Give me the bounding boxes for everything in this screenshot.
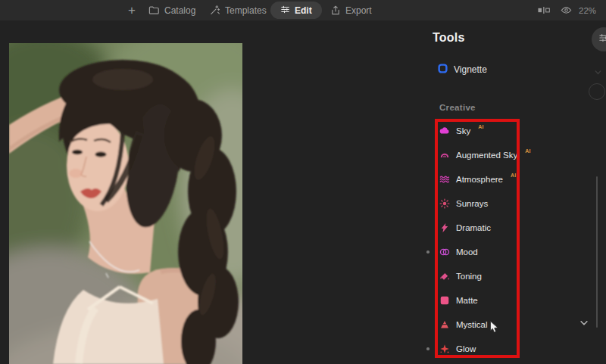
tool-label: Toning — [456, 272, 482, 281]
tool-item-sky[interactable]: Sky AI — [439, 119, 568, 143]
tool-label: Atmosphere — [456, 175, 503, 184]
tool-item-augmented-sky[interactable]: Augmented Sky AI — [439, 143, 568, 167]
sky-cloud-icon — [439, 126, 450, 136]
tool-label: Sunrays — [456, 199, 488, 208]
tool-item-mystical[interactable]: Mystical — [439, 313, 568, 337]
modified-indicator-dot — [426, 250, 430, 254]
tool-item-glow[interactable]: Glow — [439, 337, 568, 361]
topbar: + Catalog Templates — [0, 0, 606, 20]
dramatic-bolt-icon — [439, 222, 450, 233]
tool-item-vignette[interactable]: Vignette — [438, 64, 487, 76]
tab-label: Catalog — [164, 5, 195, 16]
plus-icon: + — [128, 3, 136, 18]
tool-label: Mystical — [456, 320, 488, 329]
mystical-pyramid-icon — [439, 319, 450, 330]
eye-icon — [561, 4, 572, 17]
panel-scrollbar[interactable] — [596, 176, 598, 328]
tool-label: Sky — [456, 126, 470, 135]
vignette-icon — [438, 64, 448, 76]
tool-item-atmosphere[interactable]: Atmosphere AI — [439, 167, 568, 191]
tool-label: Dramatic — [456, 223, 491, 232]
tab-export[interactable]: Export — [330, 0, 372, 20]
tool-label: Augmented Sky — [456, 151, 517, 160]
tool-label: Glow — [456, 344, 476, 353]
tab-templates[interactable]: Templates — [209, 0, 267, 20]
tool-item-toning[interactable]: Toning — [439, 264, 568, 288]
vignette-chevron-icon[interactable] — [593, 67, 603, 80]
compare-view-button[interactable] — [538, 0, 550, 20]
tool-label: Matte — [456, 296, 478, 305]
magic-wand-icon — [209, 5, 220, 16]
tool-item-dramatic[interactable]: Dramatic — [439, 216, 568, 240]
export-icon — [330, 5, 341, 16]
panel-settings-button[interactable] — [592, 27, 606, 51]
panel-title: Tools — [433, 31, 464, 45]
app: + Catalog Templates — [0, 0, 606, 364]
ai-badge: AI — [511, 173, 517, 178]
atmosphere-waves-icon — [439, 174, 450, 185]
modified-indicator-dot — [426, 347, 430, 350]
matte-square-icon — [439, 295, 450, 306]
tab-label: Edit — [295, 5, 312, 16]
tab-edit[interactable]: Edit — [270, 2, 322, 19]
creative-section-label: Creative — [439, 103, 476, 112]
creative-tools-list: Sky AI Augmented Sky AI Atmosphere AI Su… — [439, 119, 568, 361]
tab-label: Templates — [225, 5, 267, 16]
augmented-sky-icon — [439, 150, 450, 160]
chevron-down-icon[interactable] — [579, 318, 589, 331]
tool-label: Mood — [456, 247, 478, 257]
photo-canvas[interactable] — [9, 43, 242, 364]
tool-item-matte[interactable]: Matte — [439, 288, 568, 313]
tool-item-sunrays[interactable]: Sunrays — [439, 191, 568, 216]
vignette-toggle[interactable] — [589, 83, 605, 100]
cursor-pointer — [489, 320, 499, 338]
glow-sparkle-icon — [439, 344, 450, 354]
toning-bucket-icon — [439, 271, 450, 282]
tool-item-mood[interactable]: Mood — [439, 240, 568, 264]
folder-icon — [148, 5, 160, 16]
zoom-level[interactable]: 22% — [579, 0, 596, 20]
mood-circles-icon — [439, 247, 450, 257]
preview-toggle-button[interactable] — [561, 0, 572, 20]
edit-sliders-icon — [280, 5, 290, 17]
add-button[interactable]: + — [124, 0, 139, 20]
compare-icon — [538, 4, 550, 17]
ai-badge: AI — [525, 148, 531, 154]
tool-label: Vignette — [454, 64, 487, 75]
sliders-icon — [598, 33, 606, 46]
tab-label: Export — [345, 5, 372, 16]
photo-image — [9, 43, 242, 364]
sunrays-sun-icon — [439, 198, 450, 209]
tab-catalog[interactable]: Catalog — [148, 0, 195, 20]
ai-badge: AI — [478, 124, 484, 129]
